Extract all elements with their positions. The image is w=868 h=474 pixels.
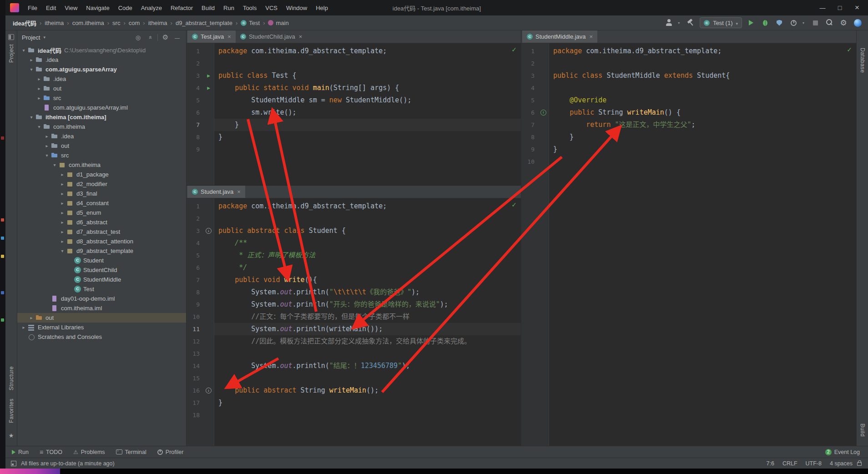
menu-item-edit[interactable]: Edit bbox=[42, 3, 60, 13]
code-line-9[interactable]: 9} bbox=[521, 143, 856, 156]
tree-chevron-icon[interactable]: ▸ bbox=[59, 172, 66, 177]
toolwindow-button-problems[interactable]: Problems bbox=[73, 449, 105, 455]
tree-item-.idea[interactable]: ▸.idea bbox=[17, 74, 186, 84]
editor-tab-Student.java[interactable]: CStudent.java bbox=[187, 186, 245, 198]
code-line-10[interactable]: 10 //正文：每个子类都要写的，但是每个子类都不一样 bbox=[187, 311, 521, 323]
tree-chevron-icon[interactable]: ▸ bbox=[43, 134, 50, 139]
hide-panel-icon[interactable] bbox=[173, 34, 182, 41]
tree-chevron-icon[interactable]: ▸ bbox=[35, 86, 43, 91]
toolwindow-switcher-icon[interactable] bbox=[11, 461, 16, 466]
lock-icon[interactable] bbox=[857, 462, 862, 466]
tree-item-src[interactable]: ▾src bbox=[17, 151, 186, 160]
tree-chevron-icon[interactable]: ▾ bbox=[35, 124, 43, 129]
toolwindow-button-todo[interactable]: TODO bbox=[40, 449, 62, 456]
tree-item-d3_final[interactable]: ▸d3_final bbox=[17, 189, 186, 198]
toolwindow-button-event-log[interactable]: 2Event Log bbox=[825, 449, 860, 455]
code-line-6[interactable]: 6 sm.write(); bbox=[187, 106, 521, 119]
minimize-button[interactable] bbox=[814, 2, 831, 14]
profiler-button[interactable] bbox=[788, 18, 798, 28]
stop-button[interactable] bbox=[810, 18, 820, 28]
tree-chevron-icon[interactable]: ▾ bbox=[59, 248, 66, 253]
code-line-3[interactable]: 3▶public class Test { bbox=[187, 70, 521, 82]
tree-chevron-icon[interactable]: ▾ bbox=[28, 115, 35, 120]
coverage-button[interactable] bbox=[774, 18, 784, 28]
code-line-5[interactable]: 5 * 正式：声明了模板方法 bbox=[187, 249, 521, 262]
status-UTF-8[interactable]: UTF-8 bbox=[806, 460, 822, 467]
code-line-7[interactable]: 7 return "这是正文，中学生之父"; bbox=[521, 119, 856, 131]
code-line-4[interactable]: 4▶ public static void main(String[] args… bbox=[187, 82, 521, 94]
tool-stripe-structure[interactable]: Structure bbox=[8, 366, 15, 390]
tree-item-d8_abstract_attention[interactable]: ▸d8_abstract_attention bbox=[17, 237, 186, 246]
tree-chevron-icon[interactable]: ▸ bbox=[59, 239, 66, 244]
breadcrumb-item-itheima[interactable]: itheima bbox=[146, 19, 169, 27]
breadcrumb-item-idea代码[interactable]: idea代码 bbox=[11, 18, 38, 28]
tree-chevron-icon[interactable]: ▸ bbox=[59, 182, 66, 187]
tree-item-idea代码[interactable]: ▾idea代码C:\Users\wangheng\Desktop\id bbox=[17, 45, 186, 55]
debug-button[interactable] bbox=[760, 18, 770, 28]
tree-chevron-icon[interactable]: ▾ bbox=[28, 67, 35, 72]
tree-item-d7_abstract_test[interactable]: ▸d7_abstract_test bbox=[17, 227, 186, 237]
editor-tab-Test.java[interactable]: CTest.java bbox=[187, 30, 236, 43]
maximize-button[interactable] bbox=[832, 2, 848, 14]
menu-item-refactor[interactable]: Refactor bbox=[167, 3, 197, 13]
menu-item-navigate[interactable]: Navigate bbox=[82, 3, 113, 13]
tab-close-icon[interactable] bbox=[590, 34, 593, 40]
menu-item-code[interactable]: Code bbox=[114, 3, 136, 13]
code-line-3[interactable]: 3↓public abstract class Student { bbox=[187, 225, 521, 237]
tool-stripe-database[interactable]: Database bbox=[859, 48, 866, 73]
tree-chevron-icon[interactable]: ▸ bbox=[59, 220, 66, 225]
code-editor-student[interactable]: 1package com.itheima.d9_abstract_templat… bbox=[187, 198, 521, 446]
tree-item-External Libraries[interactable]: ▸External Libraries bbox=[17, 323, 186, 332]
breadcrumb-item-d9_abstract_template[interactable]: d9_abstract_template bbox=[174, 19, 234, 27]
code-line-9[interactable]: 9 bbox=[187, 143, 521, 156]
code-line-3[interactable]: 3public class StudentMiddle extends Stud… bbox=[521, 70, 856, 82]
status-message[interactable]: All files are up-to-date (a minute ago) bbox=[21, 460, 115, 467]
chevron-down-icon[interactable] bbox=[678, 21, 681, 25]
tree-item-com.itheima.iml[interactable]: com.itheima.iml bbox=[17, 303, 186, 313]
tree-item-Student[interactable]: CStudent bbox=[17, 256, 186, 265]
user-icon[interactable] bbox=[664, 18, 674, 28]
locate-file-icon[interactable] bbox=[134, 34, 142, 41]
tree-item-d4_constant[interactable]: ▸d4_constant bbox=[17, 198, 186, 208]
tree-item-Scratches and Consoles[interactable]: Scratches and Consoles bbox=[17, 332, 186, 342]
tree-chevron-icon[interactable]: ▸ bbox=[59, 229, 66, 234]
code-line-4[interactable]: 4 bbox=[521, 82, 856, 94]
tree-chevron-icon[interactable]: ▸ bbox=[35, 76, 43, 81]
favorites-star-icon[interactable] bbox=[9, 431, 14, 439]
menu-item-analyze[interactable]: Analyze bbox=[137, 3, 166, 13]
code-line-9[interactable]: 9 System.out.println("开头：你的爸爸是啥样的，来说说"); bbox=[187, 298, 521, 311]
breadcrumb-item-com[interactable]: com bbox=[127, 19, 142, 27]
search-icon[interactable] bbox=[824, 18, 834, 28]
breadcrumb-item-src[interactable]: src bbox=[111, 19, 122, 27]
code-line-1[interactable]: 1package com.itheima.d9_abstract_templat… bbox=[187, 200, 521, 212]
toolwindow-button-run[interactable]: Run bbox=[12, 449, 29, 455]
tree-item-com.atguigu.sparseArray.iml[interactable]: com.atguigu.sparseArray.iml bbox=[17, 103, 186, 112]
code-line-5[interactable]: 5 StudentMiddle sm = new StudentMiddle()… bbox=[187, 94, 521, 106]
tree-item-d5_enum[interactable]: ▸d5_enum bbox=[17, 208, 186, 217]
code-line-5[interactable]: 5 @Override bbox=[521, 94, 856, 106]
breadcrumb-item-com.itheima[interactable]: com.itheima bbox=[71, 19, 106, 27]
code-line-6[interactable]: 6↑ public String writeMain() { bbox=[521, 106, 856, 119]
tree-item-.idea[interactable]: ▸.idea bbox=[17, 131, 186, 141]
code-line-2[interactable]: 2 bbox=[187, 57, 521, 70]
tree-item-out[interactable]: ▸out bbox=[17, 141, 186, 151]
tree-item-.idea[interactable]: ▸.idea bbox=[17, 55, 186, 65]
menu-item-run[interactable]: Run bbox=[219, 3, 238, 13]
code-line-16[interactable]: 16↓ public abstract String writeMain(); bbox=[187, 384, 521, 397]
tree-chevron-icon[interactable]: ▾ bbox=[20, 48, 27, 53]
tool-stripe-project[interactable]: Project bbox=[8, 44, 15, 63]
tab-close-icon[interactable] bbox=[237, 189, 241, 195]
code-line-17[interactable]: 17} bbox=[187, 397, 521, 409]
code-line-2[interactable]: 2 bbox=[187, 212, 521, 225]
run-config-select[interactable]: Test (1) bbox=[700, 17, 742, 28]
code-line-8[interactable]: 8 System.out.println("\t\t\t\t《我的爸爸》"); bbox=[187, 286, 521, 298]
run-gutter-icon[interactable]: ▶ bbox=[207, 73, 210, 78]
toolwindow-icon[interactable] bbox=[8, 34, 14, 40]
code-editor-studentmiddle[interactable]: 1package com.itheima.d9_abstract_templat… bbox=[521, 43, 856, 446]
code-line-4[interactable]: 4 /** bbox=[187, 237, 521, 249]
tree-chevron-icon[interactable]: ▸ bbox=[43, 143, 50, 148]
tree-item-out[interactable]: ▸out bbox=[17, 313, 186, 323]
status-4-spaces[interactable]: 4 spaces bbox=[830, 460, 853, 467]
code-line-12[interactable]: 12 //因此。模板方法把正文部分定义成抽象方法，交给具体的子类来完成。 bbox=[187, 335, 521, 348]
tree-chevron-icon[interactable]: ▸ bbox=[20, 325, 27, 330]
